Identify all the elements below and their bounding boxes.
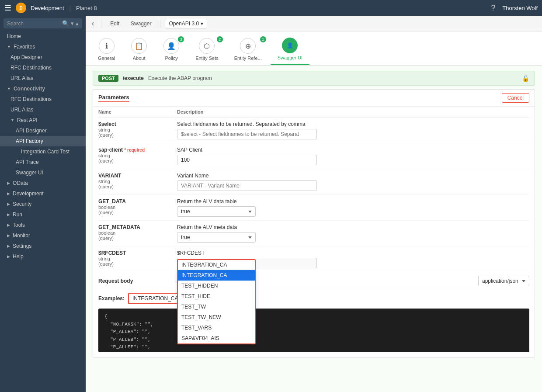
sidebar-item-help[interactable]: ▶ Help (0, 251, 86, 262)
sidebar-label-url-alias-fav: URL Alias (10, 75, 33, 81)
examples-label: Examples: (98, 295, 125, 302)
sidebar-item-development[interactable]: ▶ Development (0, 188, 86, 199)
sidebar-item-tools[interactable]: ▶ Tools (0, 220, 86, 230)
search-input[interactable] (7, 21, 60, 27)
sidebar-label-monitor: Monitor (13, 232, 30, 239)
sidebar-item-url-alias-fav[interactable]: URL Alias (0, 73, 86, 83)
topbar-right: ? Thorsten Wolf (491, 3, 538, 13)
sidebar-item-home[interactable]: Home (0, 31, 86, 42)
param-desc-get-metadata: Return the ALV meta data true false (177, 224, 529, 243)
search-bar[interactable]: 🔍 ▾ ▴ (3, 18, 82, 28)
back-button[interactable]: ‹ (89, 18, 97, 29)
policy-badge: 3 (178, 36, 184, 42)
search-icons: 🔍 ▾ ▴ (62, 20, 79, 27)
tab-swagger-ui-label: Swagger UI (278, 55, 302, 60)
param-select-get-data[interactable]: true false (177, 206, 256, 217)
request-body-row: Request body application/json (98, 272, 529, 290)
sidebar-item-api-factory[interactable]: API Factory (0, 136, 86, 146)
tab-entity-ref[interactable]: 1 ⊕ Entity Refe... (227, 35, 269, 65)
tab-entity-sets-label: Entity Sets (195, 56, 219, 61)
param-name-variant: VARIANT string (query) (98, 173, 177, 189)
sidebar-item-url-alias[interactable]: URL Alias (0, 104, 86, 115)
rfcdest-dropdown: INTEGRATION_CA TEST_HIDDEN TEST_HIDE TES… (177, 259, 256, 344)
tab-general[interactable]: ℹ General (91, 35, 122, 65)
sidebar-item-monitor[interactable]: ▶ Monitor (0, 230, 86, 241)
post-path: /execute (123, 75, 144, 81)
expand-icon-development: ▶ (7, 191, 10, 196)
expand-icon-monitor: ▶ (7, 233, 10, 238)
sidebar-label-integration-card: Integration Card Test (21, 149, 69, 155)
sidebar-item-odata[interactable]: ▶ OData (0, 178, 86, 188)
sidebar-label-rfc-fav: RFC Destinations (10, 65, 52, 71)
user-menu[interactable]: Thorsten Wolf (502, 5, 538, 11)
json-line-1: { (104, 313, 523, 321)
edit-button[interactable]: Edit (106, 19, 124, 28)
swagger-button[interactable]: Swagger (126, 19, 156, 28)
dropdown-list: INTEGRATION_CA TEST_HIDDEN TEST_HIDE TES… (177, 270, 256, 344)
sidebar-item-rfc-destinations[interactable]: RFC Destinations (0, 94, 86, 104)
toolbar-separator-2 (160, 19, 160, 28)
param-select-get-metadata[interactable]: true false (177, 232, 256, 243)
dropdown-option-test-tw-new[interactable]: TEST_TW_NEW (178, 312, 255, 323)
sidebar-item-connectivity[interactable]: ▼ Connectivity (0, 83, 86, 94)
parameters-header: Parameters Cancel (93, 90, 535, 107)
title-separator: | (69, 5, 71, 11)
topbar: ☰ D Development | Planet 8 ? Thorsten Wo… (0, 0, 542, 16)
json-line-6: "P_ALLEI": "". (104, 351, 523, 352)
collapse-icon[interactable]: ▴ (76, 20, 79, 27)
content-type-select[interactable]: application/json (478, 276, 529, 286)
sidebar-item-settings[interactable]: ▶ Settings (0, 241, 86, 251)
sidebar-item-integration-card-test[interactable]: Integration Card Test (0, 146, 86, 157)
sidebar-label-odata: OData (13, 180, 28, 186)
filter-icon[interactable]: ▾ (71, 20, 74, 27)
tab-general-label: General (98, 56, 115, 61)
dropdown-option-integration-ca[interactable]: INTEGRATION_CA (178, 270, 255, 281)
sidebar-item-security[interactable]: ▶ Security (0, 199, 86, 209)
dropdown-option-test-vars[interactable]: TEST_VARS (178, 323, 255, 333)
entity-sets-badge: 2 (217, 36, 223, 42)
sidebar-item-api-designer[interactable]: API Designer (0, 125, 86, 136)
tab-swagger-ui[interactable]: 👤 Swagger UI (271, 35, 309, 65)
sidebar-item-favorites[interactable]: ▼ Favorites (0, 42, 86, 52)
dropdown-option-test-hidden[interactable]: TEST_HIDDEN (178, 281, 255, 291)
request-body-label: Request body (98, 278, 133, 284)
sidebar-item-api-trace[interactable]: API Trace (0, 157, 86, 167)
main-layout: 🔍 ▾ ▴ Home ▼ Favorites App Designer RFC … (0, 16, 542, 392)
expand-icon-run: ▶ (7, 212, 10, 217)
sidebar-item-rfc-destinations-fav[interactable]: RFC Destinations (0, 62, 86, 73)
dropdown-option-test-hide[interactable]: TEST_HIDE (178, 291, 255, 302)
tab-about[interactable]: 📋 About (124, 35, 154, 65)
search-icon[interactable]: 🔍 (62, 20, 69, 27)
sidebar-label-tools: Tools (13, 222, 25, 228)
api-version-select[interactable]: OpenAPI 3.0 ▾ (165, 19, 207, 28)
help-icon[interactable]: ? (491, 3, 495, 13)
param-input-select[interactable] (177, 129, 317, 139)
post-endpoint-bar: POST /execute Execute the ABAP program 🔒 (93, 71, 535, 86)
tabs-bar: ℹ General 📋 About 3 👤 Policy 2 ⬡ Entity … (86, 31, 542, 66)
expand-icon-security: ▶ (7, 202, 10, 206)
sidebar-item-app-designer[interactable]: App Designer (0, 52, 86, 62)
sidebar-label-help: Help (13, 253, 24, 260)
param-input-variant[interactable] (177, 180, 317, 191)
tab-policy[interactable]: 3 👤 Policy (156, 35, 187, 65)
toolbar-separator-1 (101, 19, 101, 28)
menu-icon[interactable]: ☰ (4, 3, 11, 13)
param-input-sap-client[interactable] (177, 155, 317, 165)
json-line-4: "P_ALLEB": "", (104, 336, 523, 344)
dropdown-option-sap-vf04[interactable]: SAP&VF04_AIS (178, 333, 255, 343)
sidebar-item-run[interactable]: ▶ Run (0, 209, 86, 220)
app-logo: D (16, 3, 26, 13)
app-subtitle: Planet 8 (76, 5, 97, 11)
policy-tab-icon: 👤 (163, 38, 179, 54)
sidebar-label-api-factory: API Factory (16, 138, 43, 144)
expand-icon-help: ▶ (7, 254, 10, 259)
dropdown-search-input[interactable] (178, 260, 255, 270)
expand-icon-settings: ▶ (7, 244, 10, 248)
sidebar-item-swagger-ui[interactable]: Swagger UI (0, 167, 86, 178)
tab-entity-sets[interactable]: 2 ⬡ Entity Sets (188, 35, 226, 65)
parameters-section: Parameters Cancel Name Description $sele… (93, 89, 535, 358)
sidebar-label-rfc: RFC Destinations (10, 96, 52, 102)
cancel-button[interactable]: Cancel (502, 93, 529, 103)
sidebar-item-rest-api[interactable]: ▼ Rest API (0, 115, 86, 125)
dropdown-option-test-tw[interactable]: TEST_TW (178, 302, 255, 312)
